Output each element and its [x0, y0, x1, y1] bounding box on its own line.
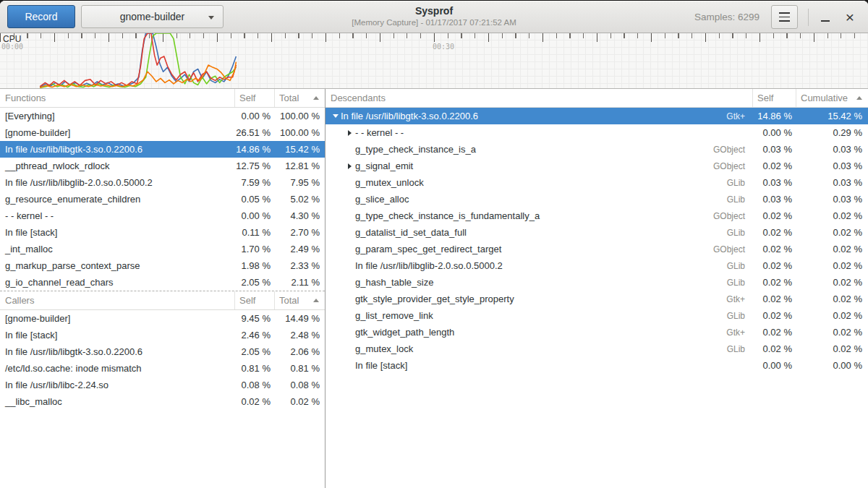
tree-row[interactable]: In file /usr/lib/libglib-2.0.so.0.5000.2… — [326, 257, 868, 274]
tree-row[interactable]: g_slice_allocGLib0.03 %0.03 % — [326, 191, 868, 207]
row-name: g_markup_parse_context_parse — [0, 260, 234, 271]
expander-closed-icon[interactable] — [344, 163, 355, 169]
cpu-timeline[interactable]: CPU 00:00 00:30 — [0, 33, 868, 89]
close-button[interactable]: × — [839, 5, 861, 29]
descendants-panel: Descendants Self Cumulative In file /usr… — [326, 89, 868, 488]
row-library-tag: GObject — [713, 145, 752, 155]
row-cumulative-value: 0.00 % — [796, 360, 868, 371]
row-self-value: 2.46 % — [234, 330, 274, 341]
table-row[interactable]: _int_malloc1.70 %2.49 % — [0, 241, 325, 257]
row-self-value: 2.05 % — [234, 346, 274, 357]
row-name: __libc_malloc — [0, 396, 234, 407]
table-row[interactable]: In file /usr/lib/libgtk-3.so.0.2200.614.… — [0, 141, 325, 158]
tree-row[interactable]: g_datalist_id_set_data_fullGLib0.02 %0.0… — [326, 224, 868, 241]
callers-rows: [gnome-builder]9.45 %14.49 %In file [sta… — [0, 310, 325, 410]
expander-open-icon[interactable] — [330, 114, 341, 118]
samples-count-label: Samples: 6299 — [694, 12, 760, 22]
tree-row[interactable]: In file [stack]0.00 %0.00 % — [326, 357, 868, 374]
row-cumulative-value: 0.03 % — [796, 194, 868, 205]
table-row[interactable]: [gnome-builder]9.45 %14.49 % — [0, 310, 325, 327]
menu-button[interactable] — [771, 5, 798, 29]
table-row[interactable]: In file [stack]2.46 %2.48 % — [0, 327, 325, 343]
table-row[interactable]: In file /usr/lib/libgtk-3.so.0.2200.62.0… — [0, 343, 325, 360]
record-button[interactable]: Record — [7, 5, 75, 28]
table-row[interactable]: In file /usr/lib/libglib-2.0.so.0.5000.2… — [0, 174, 325, 191]
row-name: In file /usr/lib/libglib-2.0.so.0.5000.2 — [355, 260, 727, 271]
row-self-value: 0.08 % — [234, 380, 274, 390]
table-row[interactable]: g_resource_enumerate_children0.05 %5.02 … — [0, 191, 325, 207]
row-self-value: 0.02 % — [752, 310, 796, 321]
row-total-value: 4.30 % — [274, 210, 325, 221]
row-self-value: 1.98 % — [234, 260, 274, 271]
tree-row[interactable]: gtk_widget_path_lengthGtk+0.02 %0.02 % — [326, 324, 868, 341]
tree-row[interactable]: g_type_check_instance_is_aGObject0.03 %0… — [326, 141, 868, 158]
table-row[interactable]: In file [stack]0.11 %2.70 % — [0, 224, 325, 241]
row-self-value: 0.02 % — [752, 244, 796, 254]
row-self-value: 26.51 % — [234, 127, 274, 138]
row-total-value: 7.95 % — [274, 177, 325, 188]
row-self-value: 0.00 % — [752, 360, 796, 371]
row-total-value: 0.02 % — [274, 396, 325, 407]
row-self-value: 0.02 % — [752, 227, 796, 238]
row-total-value: 0.08 % — [274, 380, 325, 390]
expander-closed-icon[interactable] — [344, 130, 355, 136]
row-name: gtk_style_provider_get_style_property — [355, 294, 726, 304]
table-row[interactable]: g_markup_parse_context_parse1.98 %2.33 % — [0, 257, 325, 274]
row-name: - - kernel - - — [0, 210, 234, 221]
row-self-value: 2.05 % — [234, 277, 274, 288]
tree-row[interactable]: g_hash_table_sizeGLib0.02 %0.02 % — [326, 274, 868, 291]
row-self-value: 14.86 % — [234, 144, 274, 155]
row-total-value: 2.33 % — [274, 260, 325, 271]
tree-row[interactable]: In file /usr/lib/libgtk-3.so.0.2200.6Gtk… — [326, 108, 868, 124]
headerbar-separator — [808, 9, 809, 26]
tree-row[interactable]: g_signal_emitGObject0.02 %0.03 % — [326, 158, 868, 174]
row-self-value: 12.75 % — [234, 160, 274, 171]
table-row[interactable]: /etc/ld.so.cache: inode mismatch0.81 %0.… — [0, 360, 325, 377]
target-process-dropdown[interactable]: gnome-builder — [81, 5, 224, 28]
row-cumulative-value: 0.02 % — [796, 260, 868, 271]
callers-total-column-header[interactable]: Total — [274, 291, 325, 309]
table-row[interactable]: g_io_channel_read_chars2.05 %2.11 % — [0, 274, 325, 291]
tree-row[interactable]: g_param_spec_get_redirect_targetGObject0… — [326, 241, 868, 257]
row-cumulative-value: 0.02 % — [796, 244, 868, 254]
tree-row[interactable]: g_type_check_instance_is_fundamentally_a… — [326, 207, 868, 224]
capture-subtitle: [Memory Capture] - 01/17/2017 07:21:52 A… — [352, 18, 516, 27]
descendants-self-column-header[interactable]: Self — [752, 89, 796, 107]
descendants-cumulative-column-header[interactable]: Cumulative — [796, 89, 868, 107]
row-self-value: 0.02 % — [752, 294, 796, 304]
table-row[interactable]: - - kernel - -0.00 %4.30 % — [0, 207, 325, 224]
callers-column-header[interactable]: Callers — [0, 291, 234, 309]
functions-self-column-header[interactable]: Self — [234, 89, 274, 107]
main-content: Functions Self Total [Everything]0.00 %1… — [0, 89, 868, 488]
descendants-column-header[interactable]: Descendants — [326, 89, 752, 107]
row-name: g_datalist_id_set_data_full — [355, 227, 727, 238]
row-name: gtk_widget_path_length — [355, 327, 726, 338]
table-row[interactable]: In file /usr/lib/libc-2.24.so0.08 %0.08 … — [0, 377, 325, 393]
hamburger-icon — [779, 12, 790, 22]
functions-column-header[interactable]: Functions — [0, 89, 234, 107]
table-row[interactable]: __pthread_rwlock_rdlock12.75 %12.81 % — [0, 158, 325, 174]
tree-row[interactable]: - - kernel - -0.00 %0.29 % — [326, 124, 868, 141]
tree-row[interactable]: gtk_style_provider_get_style_propertyGtk… — [326, 291, 868, 307]
tree-row[interactable]: g_mutex_lockGLib0.02 %0.02 % — [326, 341, 868, 357]
table-row[interactable]: [gnome-builder]26.51 %100.00 % — [0, 124, 325, 141]
row-self-value: 0.00 % — [752, 127, 796, 138]
row-self-value: 0.02 % — [234, 396, 274, 407]
row-cumulative-value: 0.02 % — [796, 310, 868, 321]
row-self-value: 0.11 % — [234, 227, 274, 238]
functions-total-column-header[interactable]: Total — [274, 89, 325, 107]
row-self-value: 0.02 % — [752, 343, 796, 354]
row-name: [gnome-builder] — [0, 313, 234, 324]
tree-row[interactable]: g_list_remove_linkGLib0.02 %0.02 % — [326, 307, 868, 324]
table-row[interactable]: __libc_malloc0.02 %0.02 % — [0, 393, 325, 410]
page-title: Sysprof — [352, 5, 516, 17]
functions-table-header: Functions Self Total — [0, 89, 325, 108]
callers-self-column-header[interactable]: Self — [234, 291, 274, 309]
tree-row[interactable]: g_mutex_unlockGLib0.03 %0.03 % — [326, 174, 868, 191]
row-name: [Everything] — [0, 111, 234, 121]
table-row[interactable]: [Everything]0.00 %100.00 % — [0, 108, 325, 124]
minimize-button[interactable] — [816, 5, 835, 29]
row-library-tag: GObject — [713, 244, 752, 254]
row-self-value: 0.02 % — [752, 277, 796, 288]
row-name: g_type_check_instance_is_fundamentally_a — [355, 210, 713, 221]
